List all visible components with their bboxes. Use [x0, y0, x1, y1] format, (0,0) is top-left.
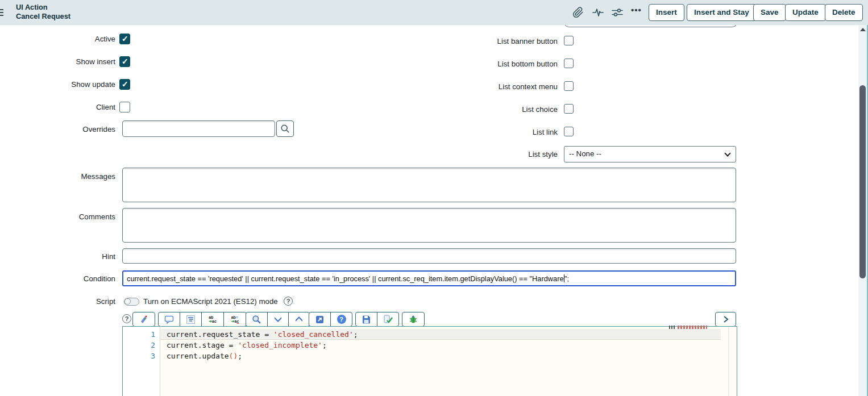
script-label: Script	[0, 297, 115, 306]
comments-textarea[interactable]	[122, 208, 736, 243]
find-next-icon[interactable]	[268, 312, 289, 326]
comments-label: Comments	[0, 212, 115, 221]
syntax-check-icon[interactable]	[133, 312, 155, 326]
update-button[interactable]: Update	[785, 4, 826, 21]
list-bottom-button-label: List bottom button	[398, 60, 558, 68]
page-title: UI Action Cancel Request	[16, 3, 70, 21]
insert-button[interactable]: Insert	[649, 4, 684, 21]
personalize-sliders-icon[interactable]	[612, 7, 623, 18]
editor-search-icon[interactable]	[246, 312, 268, 326]
code-line-1: 1 current.request_state = 'closed_cancel…	[123, 329, 729, 340]
toolbar-group-window: ?	[309, 312, 352, 327]
toolbar-group-syntax	[132, 312, 155, 327]
chevron-down-icon	[724, 150, 730, 156]
list-bottom-button-checkbox[interactable]	[564, 59, 574, 68]
editor-help-circle-icon[interactable]: ?	[331, 312, 352, 326]
script-validate-icon[interactable]	[377, 312, 398, 326]
toolbar-group-edit: ab➜ac ab≡➜ac	[158, 312, 247, 327]
es12-toggle[interactable]	[124, 298, 139, 306]
show-insert-label: Show insert	[0, 57, 115, 66]
active-checkbox[interactable]	[119, 34, 130, 44]
toolbar-group-debug	[402, 312, 425, 327]
activity-stream-icon[interactable]	[592, 7, 604, 18]
overrides-input[interactable]	[122, 120, 275, 137]
code-line-2: 2 current.stage = 'closed_incomplete';	[123, 340, 729, 351]
line-number: 3	[123, 351, 155, 361]
editor-save-icon[interactable]	[356, 312, 377, 326]
overrides-label: Overrides	[0, 125, 115, 134]
list-context-menu-checkbox[interactable]	[564, 81, 574, 91]
replace-all-icon[interactable]: ab≡➜ac	[224, 312, 246, 326]
form-header: UI Action Cancel Request ••• Insert Inse…	[0, 0, 868, 25]
code-line-3: 3 current.update();	[123, 351, 729, 361]
format-code-icon[interactable]	[180, 312, 202, 326]
toolbar-group-search	[246, 312, 310, 327]
overrides-search-button[interactable]	[276, 120, 294, 137]
more-options-icon[interactable]: •••	[631, 5, 642, 15]
condition-value-after: ";	[564, 274, 569, 283]
script-code-editor[interactable]: 1 current.request_state = 'closed_cancel…	[122, 326, 737, 396]
show-update-checkbox[interactable]	[119, 79, 130, 90]
list-choice-checkbox[interactable]	[564, 104, 574, 114]
show-insert-checkbox[interactable]	[119, 56, 130, 67]
hint-label: Hint	[0, 252, 115, 261]
context-menu-icon[interactable]	[0, 9, 3, 16]
page-scrollbar-thumb[interactable]	[859, 85, 866, 278]
list-choice-label: List choice	[398, 105, 558, 114]
condition-label: Condition	[0, 274, 115, 283]
line-number: 2	[123, 340, 155, 351]
editor-help-icon[interactable]: ?	[122, 314, 131, 323]
line-number: 1	[123, 329, 155, 340]
toolbar-expand-button[interactable]	[715, 312, 736, 327]
condition-input[interactable]: current.request_state == 'requested' || …	[122, 270, 736, 286]
list-style-label: List style	[398, 150, 558, 159]
show-update-label: Show update	[0, 80, 115, 89]
search-icon	[280, 124, 290, 134]
paperclip-icon[interactable]	[572, 7, 584, 18]
save-button[interactable]: Save	[753, 4, 786, 21]
condition-value: current.request_state == 'requested' || …	[127, 274, 564, 283]
messages-textarea[interactable]	[122, 168, 736, 202]
open-in-new-window-icon[interactable]	[309, 312, 331, 326]
debug-icon[interactable]	[402, 312, 424, 326]
scrollbar-up-arrow[interactable]	[860, 28, 866, 31]
messages-label: Messages	[0, 172, 115, 181]
client-checkbox[interactable]	[119, 102, 130, 112]
list-link-label: List link	[398, 128, 558, 136]
list-style-select[interactable]: -- None --	[564, 146, 736, 162]
list-banner-button-checkbox[interactable]	[564, 36, 574, 45]
find-previous-icon[interactable]	[289, 312, 309, 326]
record-name: Cancel Request	[16, 12, 70, 21]
record-type: UI Action	[16, 3, 70, 12]
list-context-menu-label: List context menu	[398, 82, 558, 91]
insert-and-stay-button[interactable]: Insert and Stay	[687, 4, 757, 21]
client-label: Client	[0, 103, 115, 111]
list-link-checkbox[interactable]	[564, 127, 574, 136]
hint-input[interactable]	[122, 248, 736, 264]
es12-help-icon[interactable]: ?	[284, 297, 293, 306]
active-label: Active	[0, 35, 115, 43]
list-banner-button-label: List banner button	[398, 37, 558, 45]
delete-button[interactable]: Delete	[825, 4, 863, 21]
toolbar-group-save	[355, 312, 399, 327]
list-style-value: -- None --	[569, 149, 601, 158]
toggle-comment-icon[interactable]	[159, 312, 180, 326]
replace-icon[interactable]: ab➜ac	[202, 312, 224, 326]
toggle-knob	[124, 298, 131, 305]
